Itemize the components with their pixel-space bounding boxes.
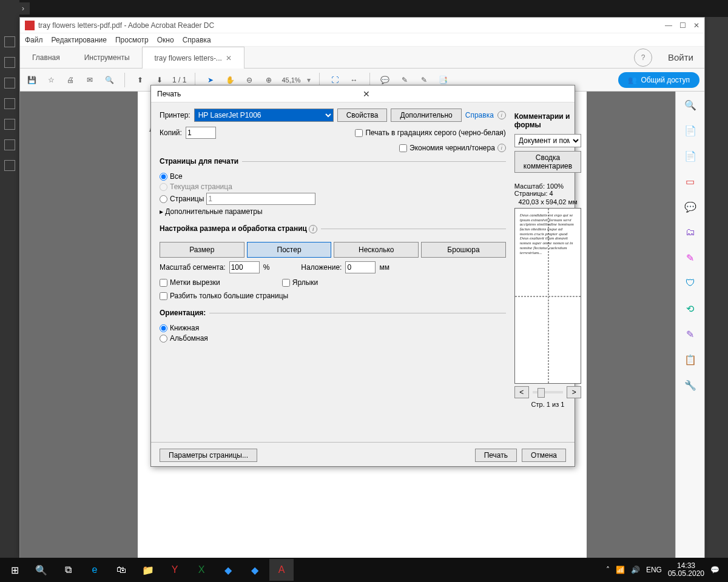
page-setup-button[interactable]: Параметры страницы... — [160, 449, 257, 462]
sizing-legend: Настройка размера и обработка страниц — [160, 224, 307, 233]
labels-checkbox[interactable] — [282, 279, 290, 287]
minimize-button[interactable]: — — [665, 21, 672, 30]
booklet-button[interactable]: Брошюра — [421, 242, 506, 258]
preview-slider[interactable] — [533, 391, 563, 393]
menu-view[interactable]: Просмотр — [115, 36, 149, 44]
excel-icon[interactable]: X — [189, 559, 214, 581]
comments-select[interactable]: Документ и пометки — [514, 134, 581, 147]
grayscale-checkbox[interactable] — [355, 129, 363, 137]
search-taskbar-icon[interactable]: 🔍 — [29, 559, 53, 581]
strip-icon[interactable] — [4, 78, 15, 89]
summarize-button[interactable]: Сводка комментариев — [514, 151, 581, 173]
edge-icon[interactable]: e — [83, 559, 107, 581]
ps-icon[interactable]: ◆ — [216, 559, 240, 581]
tab-document[interactable]: tray flowers letters-...✕ — [142, 47, 244, 69]
copies-label: Копий: — [160, 129, 182, 137]
size-button[interactable]: Размер — [160, 242, 244, 258]
portrait-radio[interactable] — [160, 324, 167, 332]
dialog-close-icon[interactable]: ✕ — [363, 89, 568, 99]
start-button[interactable]: ⊞ — [2, 559, 27, 581]
menu-edit[interactable]: Редактирование — [52, 36, 107, 44]
all-pages-radio[interactable] — [160, 173, 167, 181]
cancel-button[interactable]: Отмена — [522, 449, 566, 462]
combine-icon[interactable]: 🗂 — [683, 225, 698, 239]
sizing-fieldset: Настройка размера и обработка страниц i … — [160, 224, 506, 305]
app-icon — [25, 21, 35, 30]
tile-large-checkbox[interactable] — [160, 292, 167, 300]
print-dialog: Печать ✕ Принтер: HP LaserJet P1006 Свой… — [150, 85, 575, 467]
close-button[interactable]: ✕ — [693, 21, 699, 30]
strip-icon[interactable] — [4, 160, 15, 171]
menu-help[interactable]: Справка — [183, 36, 211, 44]
print-button[interactable]: Печать — [475, 449, 517, 462]
network-icon[interactable]: 📶 — [616, 566, 625, 574]
star-icon[interactable]: ☆ — [44, 73, 58, 87]
page-current[interactable]: 1 — [172, 76, 177, 84]
search-icon[interactable]: 🔍 — [103, 73, 116, 87]
menu-file[interactable]: Файл — [25, 36, 43, 44]
store-icon[interactable]: 🛍 — [109, 559, 133, 581]
strip-icon[interactable] — [4, 57, 15, 68]
tab-close-icon[interactable]: ✕ — [226, 54, 232, 62]
multiple-button[interactable]: Несколько — [334, 242, 419, 258]
ps2-icon[interactable]: ◆ — [243, 559, 267, 581]
edit-pdf-icon[interactable]: ▭ — [683, 174, 698, 189]
copies-input[interactable] — [186, 127, 216, 139]
zoom-value[interactable]: 45,1% — [281, 76, 300, 84]
strip-icon[interactable] — [4, 98, 15, 109]
create-pdf-icon[interactable]: 📄 — [683, 149, 698, 163]
acrobat-taskbar-icon[interactable]: A — [269, 559, 294, 581]
strip-icon[interactable] — [4, 36, 15, 47]
save-ink-checkbox[interactable] — [399, 144, 407, 152]
signin-button[interactable]: Войти — [657, 47, 704, 68]
preview-next-button[interactable]: > — [567, 386, 581, 398]
tile-scale-input[interactable] — [229, 261, 260, 273]
task-view-icon[interactable]: ⧉ — [56, 559, 80, 581]
printer-select[interactable]: HP LaserJet P1006 — [194, 109, 334, 122]
maximize-button[interactable]: ☐ — [679, 21, 686, 30]
tray-expand-icon[interactable]: ˄ — [606, 566, 610, 574]
strip-icon[interactable] — [4, 119, 15, 130]
sign-tool-icon[interactable]: ✎ — [683, 250, 698, 265]
page-up-icon[interactable]: ⬆ — [133, 73, 147, 87]
document-tabs: Главная Инструменты tray flowers letters… — [20, 47, 704, 69]
poster-button[interactable]: Постер — [247, 242, 332, 258]
help-link[interactable]: Справка — [465, 111, 494, 119]
info-icon[interactable]: i — [497, 144, 506, 152]
strip-icon[interactable] — [4, 139, 15, 150]
convert-icon[interactable]: 📋 — [683, 352, 698, 367]
menu-window[interactable]: Окно — [157, 36, 174, 44]
info-icon[interactable]: i — [497, 111, 506, 119]
more-tools-icon[interactable]: 🔧 — [683, 378, 698, 392]
pages-range-input[interactable] — [206, 193, 315, 205]
landscape-radio[interactable] — [160, 335, 167, 343]
comment-tool-icon[interactable]: 💬 — [683, 199, 698, 214]
info-icon[interactable]: i — [309, 225, 317, 233]
tab-tools[interactable]: Инструменты — [72, 47, 142, 68]
clock[interactable]: 14:33 05.05.2020 — [668, 562, 704, 578]
fill-sign-icon[interactable]: ✎ — [683, 327, 698, 341]
mail-icon[interactable]: ✉ — [83, 73, 96, 87]
notification-icon[interactable]: 💬 — [710, 566, 720, 574]
properties-button[interactable]: Свойства — [337, 109, 388, 122]
advanced-button[interactable]: Дополнительно — [391, 109, 461, 122]
export-pdf-icon[interactable]: 📄 — [683, 123, 698, 138]
tab-home[interactable]: Главная — [20, 47, 72, 68]
pages-range-radio[interactable] — [160, 195, 167, 203]
yandex-icon[interactable]: Y — [163, 559, 187, 581]
titlebar: tray flowers letters-pdf.pdf - Adobe Acr… — [20, 18, 704, 33]
explorer-icon[interactable]: 📁 — [136, 559, 160, 581]
help-icon[interactable]: ? — [634, 48, 652, 67]
compress-icon[interactable]: ⟲ — [683, 301, 698, 316]
more-options-toggle[interactable]: Дополнительные параметры — [165, 207, 262, 216]
language-indicator[interactable]: ENG — [646, 566, 662, 574]
print-icon[interactable]: 🖨 — [64, 73, 77, 87]
protect-icon[interactable]: 🛡 — [683, 276, 698, 290]
preview-prev-button[interactable]: < — [514, 386, 529, 398]
cut-marks-checkbox[interactable] — [160, 279, 167, 287]
magnify-icon[interactable]: 🔍 — [683, 98, 698, 112]
overlap-input[interactable] — [345, 261, 376, 273]
volume-icon[interactable]: 🔊 — [631, 566, 640, 574]
share-button[interactable]: 👥 Общий доступ — [618, 72, 699, 88]
save-icon[interactable]: 💾 — [25, 73, 38, 87]
